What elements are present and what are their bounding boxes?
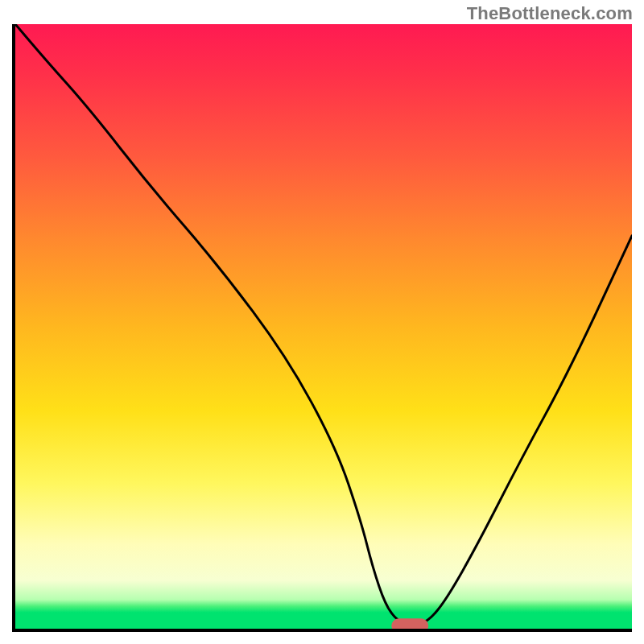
- curve-layer: [15, 24, 632, 629]
- bottleneck-marker: [391, 618, 428, 629]
- plot-area: [12, 24, 632, 632]
- bottleneck-curve-path: [15, 24, 632, 625]
- attribution-text: TheBottleneck.com: [467, 3, 633, 24]
- chart-container: TheBottleneck.com: [0, 0, 644, 644]
